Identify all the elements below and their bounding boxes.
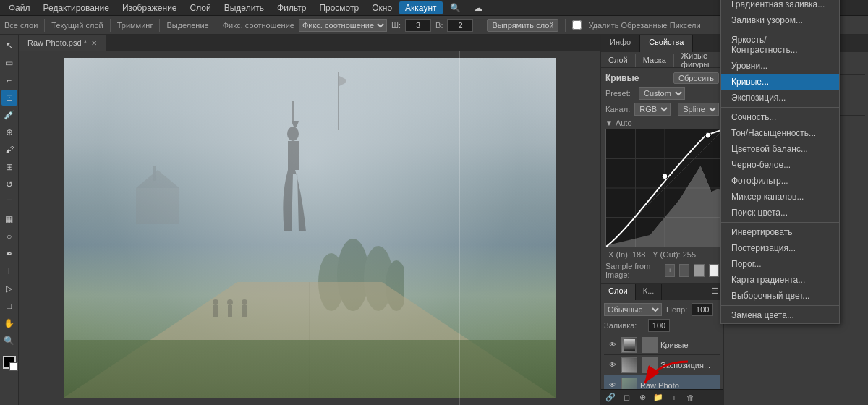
tool-lasso[interactable]: ⌐ <box>1 72 17 88</box>
tool-pen[interactable]: ✒ <box>1 246 17 262</box>
dropdown-photo-filter[interactable]: Фотофильтр... <box>721 173 839 189</box>
menu-layer[interactable]: Слой <box>184 1 217 14</box>
menu-select[interactable]: Выделить <box>218 1 270 14</box>
tool-eyedropper[interactable]: 💉 <box>1 107 17 123</box>
dropdown-replace-color[interactable]: Замена цвета... <box>721 307 839 323</box>
delete-layer-btn[interactable]: 🗑 <box>684 391 697 404</box>
new-layer-btn[interactable]: + <box>668 391 681 404</box>
link-layers-btn[interactable]: 🔗 <box>604 391 617 404</box>
new-group-btn[interactable]: 📁 <box>652 391 665 404</box>
dropdown-color-lookup[interactable]: Поиск цвета... <box>721 205 839 221</box>
dropdown-gradient-fill[interactable]: Градиентная заливка... <box>721 0 839 12</box>
tool-brush[interactable]: 🖌 <box>1 142 17 158</box>
curves-canvas[interactable] <box>605 129 724 247</box>
dropdown-hue-sat[interactable]: Тон/Насыщенность... <box>721 125 839 141</box>
dropdown-pattern-fill[interactable]: Заливки узором... <box>721 12 839 28</box>
preset-select[interactable]: Custom <box>639 87 685 100</box>
tool-gradient[interactable]: ▦ <box>1 211 17 227</box>
tool-path-select[interactable]: ▷ <box>1 281 17 297</box>
menu-edit[interactable]: Редактирование <box>38 1 115 14</box>
svg-rect-0 <box>292 101 294 123</box>
layer-visible-photo[interactable]: 👁 <box>607 380 618 390</box>
dropdown-exposure[interactable]: Экспозиция... <box>721 90 839 106</box>
tool-shape[interactable]: □ <box>1 298 17 314</box>
layer-row-curves[interactable]: 👁 Кривые <box>604 335 720 355</box>
menu-search-icon[interactable]: 🔍 <box>444 1 467 14</box>
layer-row-exposure[interactable]: 👁 Экспозиция... <box>604 355 720 375</box>
tool-eraser[interactable]: ◻ <box>1 194 17 210</box>
tool-zoom[interactable]: 🔍 <box>1 333 17 349</box>
dropdown-color-balance[interactable]: Цветовой баланс... <box>721 141 839 157</box>
toolbar-sep-2 <box>110 19 111 32</box>
foreground-color[interactable] <box>3 356 16 369</box>
tool-move[interactable]: ↖ <box>1 38 17 54</box>
tool-select-rect[interactable]: ▭ <box>1 55 17 71</box>
dropdown-threshold[interactable]: Порог... <box>721 256 839 272</box>
tool-heal[interactable]: ⊕ <box>1 124 17 140</box>
auto-label: Auto <box>616 119 632 127</box>
tab-close-icon[interactable]: ✕ <box>91 39 97 47</box>
menu-window[interactable]: Окно <box>366 1 398 14</box>
blend-mode-select[interactable]: Обычные <box>604 303 662 316</box>
tool-dodge[interactable]: ○ <box>1 229 17 244</box>
dropdown-selective-color[interactable]: Выборочный цвет... <box>721 288 839 304</box>
layer-row-photo[interactable]: 👁 Raw Photo <box>604 375 720 389</box>
menu-filter[interactable]: Фильтр <box>271 1 312 14</box>
layer-visible-exposure[interactable]: 👁 <box>607 359 618 371</box>
dropdown-posterize[interactable]: Постеризация... <box>721 240 839 256</box>
x-coord: X (In): 188 <box>608 250 645 259</box>
tab-layer[interactable]: Слой <box>601 54 636 67</box>
new-adjustment-btn[interactable]: ⊕ <box>636 391 649 404</box>
channel-select[interactable]: RGB R G B <box>634 103 671 116</box>
width-input[interactable]: 3 <box>405 19 431 32</box>
curves-channel-row: Канал: RGB R G B Spline <box>605 103 719 116</box>
curves-reset-btn[interactable]: Сбросить <box>673 72 719 84</box>
menu-image[interactable]: Изображение <box>116 1 183 14</box>
menu-account[interactable]: Аккаунт <box>399 1 442 14</box>
menu-cloud-icon[interactable]: ☁ <box>468 1 488 14</box>
height-input[interactable]: 2 <box>447 19 473 32</box>
dropdown-invert[interactable]: Инвертировать <box>721 224 839 240</box>
history-panel: История Образцы Открыть Уменьшить шум Ра… <box>723 35 868 405</box>
straighten-btn[interactable]: Выпрямить слой <box>487 19 558 32</box>
svg-point-14 <box>227 299 233 305</box>
dropdown-vibrance[interactable]: Сочность... <box>721 109 839 125</box>
tab-mask[interactable]: Маска <box>636 54 674 67</box>
menu-view[interactable]: Просмотр <box>313 1 365 14</box>
tool-hand[interactable]: ✋ <box>1 315 17 331</box>
sample-btn-add[interactable]: + <box>665 264 675 277</box>
interp-select[interactable]: Spline <box>678 103 719 116</box>
canvas-viewport[interactable] <box>19 51 600 405</box>
swatch-dark[interactable] <box>679 264 689 277</box>
tool-text[interactable]: T <box>1 263 17 279</box>
swatch-light[interactable] <box>709 264 719 277</box>
dropdown-levels[interactable]: Уровни... <box>721 58 839 74</box>
dropdown-curves[interactable]: Кривые... <box>721 74 839 90</box>
background-color[interactable] <box>9 362 18 371</box>
tab-live-shapes[interactable]: Живые фигуры <box>674 49 723 71</box>
tab-info[interactable]: Инфо <box>601 35 640 52</box>
dropdown-brightness[interactable]: Яркость/Контрастность... <box>721 32 839 58</box>
tab-raw-photo[interactable]: Raw Photo.psd * ✕ <box>19 35 106 51</box>
tool-crop[interactable]: ⊡ <box>1 90 17 106</box>
dropdown-gradient-map[interactable]: Карта градиента... <box>721 272 839 288</box>
dropdown-channel-mixer[interactable]: Миксер каналов... <box>721 189 839 205</box>
dropdown-bw[interactable]: Черно-белое... <box>721 157 839 173</box>
tab-layers[interactable]: Слои <box>601 284 636 300</box>
dropdown-sep-3 <box>721 107 839 108</box>
opacity-input[interactable] <box>692 303 713 316</box>
fill-input[interactable] <box>648 319 670 332</box>
svg-rect-17 <box>242 305 247 317</box>
sample-label: Sample from Image: <box>605 262 660 279</box>
tool-clone[interactable]: ⊞ <box>1 159 17 175</box>
fix-select[interactable]: Фикс. соотношение <box>299 19 387 32</box>
tool-history-brush[interactable]: ↺ <box>1 176 17 192</box>
toolbar-sep-4 <box>216 19 216 32</box>
layer-visible-icon[interactable]: 👁 <box>607 339 618 351</box>
menu-file[interactable]: Файл <box>3 1 36 14</box>
add-mask-btn[interactable]: ◻ <box>620 391 633 404</box>
delete-pixels-checkbox[interactable] <box>572 20 582 30</box>
tab-channels[interactable]: К... <box>636 284 663 300</box>
expand-icon[interactable]: ▼ <box>605 119 613 127</box>
swatch-mid[interactable] <box>694 264 704 277</box>
